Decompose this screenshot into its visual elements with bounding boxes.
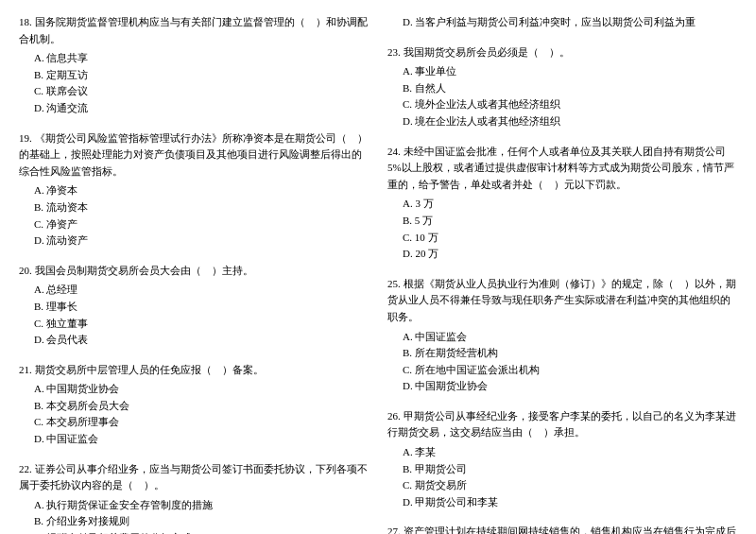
q27-title: 27. 资产管理计划在持续期间网持续销售的，销售机构应当在销售行为完成后（ ）个…	[387, 524, 737, 534]
q18-option-d: D. 沟通交流	[19, 100, 369, 117]
q26-option-a: A. 李某	[387, 444, 737, 461]
q19-option-a: A. 净资本	[19, 182, 369, 199]
q25-option-c: C. 所在地中国证监会派出机构	[387, 362, 737, 379]
q18-option-b: B. 定期互访	[19, 67, 369, 84]
page: 18. 国务院期货监督管理机构应当与有关部门建立监督管理的（ ）和协调配合机制。…	[19, 14, 737, 534]
question-18: 18. 国务院期货监督管理机构应当与有关部门建立监督管理的（ ）和协调配合机制。…	[19, 14, 369, 117]
question-21: 21. 期货交易所中层管理人员的任免应报（ ）备案。 A. 中国期货业协会 B.…	[19, 362, 369, 448]
q26-option-c: C. 期货交易所	[387, 477, 737, 494]
q25-option-b: B. 所在期货经营机构	[387, 345, 737, 362]
left-column: 18. 国务院期货监督管理机构应当与有关部门建立监督管理的（ ）和协调配合机制。…	[19, 14, 369, 534]
q21-option-b: B. 本交易所会员大会	[19, 398, 369, 415]
q21-title: 21. 期货交易所中层管理人员的任免应报（ ）备案。	[19, 362, 369, 379]
q21-option-c: C. 本交易所理事会	[19, 414, 369, 431]
content-area: 18. 国务院期货监督管理机构应当与有关部门建立监督管理的（ ）和协调配合机制。…	[19, 14, 737, 534]
q23-title: 23. 我国期货交易所会员必须是（ ）。	[387, 44, 737, 61]
q21-option-a: A. 中国期货业协会	[19, 381, 369, 398]
q24-option-c: C. 10 万	[387, 230, 737, 247]
q25-title: 25. 根据《期货从业人员执业行为准则（修订）》的规定，除（ ）以外，期货从业人…	[387, 276, 737, 326]
q19-title: 19. 《期货公司风险监管指标管理试行办法》所称净资本是在期货公司（ ）的基础上…	[19, 130, 369, 181]
q18-option-c: C. 联席会议	[19, 83, 369, 100]
q19-option-c: C. 净资产	[19, 216, 369, 233]
q23-option-d: D. 境在企业法人或者其他经济组织	[387, 113, 737, 130]
q22-option-b: B. 介绍业务对接规则	[19, 513, 369, 530]
question-19: 19. 《期货公司风险监管指标管理试行办法》所称净资本是在期货公司（ ）的基础上…	[19, 130, 369, 250]
q20-option-d: D. 会员代表	[19, 332, 369, 349]
question-24: 24. 未经中国证监会批准，任何个人或者单位及其关联人团自持有期货公司5%以上股…	[387, 144, 737, 263]
q20-title: 20. 我国会员制期货交易所会员大会由（ ）主持。	[19, 263, 369, 280]
q23-option-b: B. 自然人	[387, 80, 737, 97]
question-26: 26. 甲期货公司从事经纪业务，接受客户李某的委托，以自己的名义为李某进行期货交…	[387, 408, 737, 511]
q20-option-c: C. 独立董事	[19, 316, 369, 333]
q22-option-d: D. 当客户利益与期货公司利益冲突时，应当以期货公司利益为重	[387, 14, 737, 31]
q21-option-d: D. 中国证监会	[19, 431, 369, 448]
q20-option-b: B. 理事长	[19, 299, 369, 316]
question-22-continued: D. 当客户利益与期货公司利益冲突时，应当以期货公司利益为重	[387, 14, 737, 31]
q22-title: 22. 证券公司从事介绍业务，应当与期货公司签订书面委托协议，下列各项不属于委托…	[19, 461, 369, 494]
q22-option-c: C. 报酬支付及相关费用的分担方式	[19, 530, 369, 534]
q26-option-d: D. 甲期货公司和李某	[387, 494, 737, 511]
q23-option-a: A. 事业单位	[387, 63, 737, 80]
question-27: 27. 资产管理计划在持续期间网持续销售的，销售机构应当在销售行为完成后（ ）个…	[387, 524, 737, 534]
q24-option-b: B. 5 万	[387, 213, 737, 230]
question-23: 23. 我国期货交易所会员必须是（ ）。 A. 事业单位 B. 自然人 C. 境…	[387, 44, 737, 130]
q20-option-a: A. 总经理	[19, 282, 369, 299]
q18-option-a: A. 信息共享	[19, 50, 369, 67]
question-25: 25. 根据《期货从业人员执业行为准则（修订）》的规定，除（ ）以外，期货从业人…	[387, 276, 737, 395]
q22-option-a: A. 执行期货保证金安全存管制度的措施	[19, 497, 369, 514]
q19-option-d: D. 流动资产	[19, 233, 369, 250]
q24-option-d: D. 20 万	[387, 246, 737, 263]
q24-option-a: A. 3 万	[387, 196, 737, 213]
right-column: D. 当客户利益与期货公司利益冲突时，应当以期货公司利益为重 23. 我国期货交…	[387, 14, 737, 534]
q25-option-a: A. 中国证监会	[387, 329, 737, 346]
q26-title: 26. 甲期货公司从事经纪业务，接受客户李某的委托，以自己的名义为李某进行期货交…	[387, 408, 737, 441]
q23-option-c: C. 境外企业法人或者其他经济组织	[387, 96, 737, 113]
q18-title: 18. 国务院期货监督管理机构应当与有关部门建立监督管理的（ ）和协调配合机制。	[19, 14, 369, 47]
question-20: 20. 我国会员制期货交易所会员大会由（ ）主持。 A. 总经理 B. 理事长 …	[19, 263, 369, 349]
q19-option-b: B. 流动资本	[19, 199, 369, 216]
q24-title: 24. 未经中国证监会批准，任何个人或者单位及其关联人团自持有期货公司5%以上股…	[387, 144, 737, 194]
q26-option-b: B. 甲期货公司	[387, 461, 737, 478]
q25-option-d: D. 中国期货业协会	[387, 378, 737, 395]
question-22: 22. 证券公司从事介绍业务，应当与期货公司签订书面委托协议，下列各项不属于委托…	[19, 461, 369, 534]
